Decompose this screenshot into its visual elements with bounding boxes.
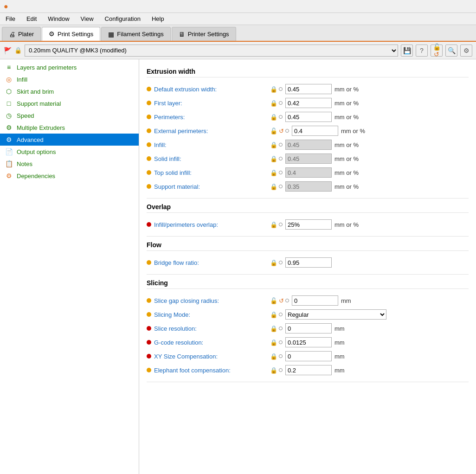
save-button[interactable]: 💾: [401, 45, 413, 57]
lock-icon-gcode-resolution[interactable]: 🔒: [270, 339, 277, 346]
setting-input-solid-infill[interactable]: [285, 154, 332, 164]
circle-dot-top-solid-infill[interactable]: [279, 171, 283, 174]
menu-item-window[interactable]: Window: [46, 14, 71, 23]
setting-input-first-layer[interactable]: [285, 98, 332, 108]
circle-dot-slice-resolution[interactable]: [279, 327, 283, 330]
setting-input-elephant-foot-compensation[interactable]: [285, 365, 332, 375]
circle-dot-bridge-flow-ratio[interactable]: [279, 261, 283, 264]
setting-input-slice-gap-closing-radius[interactable]: [292, 295, 338, 306]
sidebar-item-output-options[interactable]: 📄Output options: [0, 146, 139, 158]
menu-item-help[interactable]: Help: [150, 14, 166, 23]
refresh-icon-external-perimeters[interactable]: ↺: [279, 128, 284, 135]
lock-icon-perimeters[interactable]: 🔒: [270, 114, 277, 121]
circle-dot-slice-gap-closing-radius[interactable]: [285, 299, 289, 302]
tab-plater[interactable]: 🖨Plater: [2, 27, 41, 41]
label-text-default-extrusion-width[interactable]: Default extrusion width:: [154, 86, 217, 93]
settings-row-top-solid-infill: Top solid infill:🔒mm or %: [147, 166, 469, 179]
sidebar-item-layers-perimeters[interactable]: ≡Layers and perimeters: [0, 61, 139, 73]
sidebar-item-dependencies[interactable]: ⚙Dependencies: [0, 170, 139, 182]
circle-dot-default-extrusion-width[interactable]: [279, 87, 283, 91]
menu-item-view[interactable]: View: [79, 14, 96, 23]
lock-icon-bridge-flow-ratio[interactable]: 🔒: [270, 259, 277, 266]
label-text-infill[interactable]: Infill:: [154, 141, 167, 148]
label-text-solid-infill[interactable]: Solid infill:: [154, 155, 181, 162]
circle-dot-xy-size-compensation[interactable]: [279, 354, 283, 358]
sidebar-item-multiple-extruders[interactable]: ⚙Multiple Extruders: [0, 122, 139, 134]
setting-input-support-material[interactable]: [285, 181, 332, 192]
lock-icon-infill-perimeters-overlap[interactable]: 🔒: [270, 221, 277, 228]
settings-button[interactable]: ⚙: [460, 45, 472, 57]
sidebar-item-notes[interactable]: 📋Notes: [0, 158, 139, 170]
label-text-top-solid-infill[interactable]: Top solid infill:: [154, 169, 192, 176]
circle-dot-perimeters[interactable]: [279, 115, 283, 119]
setting-input-slice-resolution[interactable]: [285, 323, 332, 333]
tab-print-settings[interactable]: ⚙Print Settings: [42, 27, 100, 41]
sidebar-item-skirt-brim[interactable]: ⬡Skirt and brim: [0, 85, 139, 97]
setting-input-infill[interactable]: [285, 140, 332, 150]
sidebar-item-advanced[interactable]: ⚙Advanced: [0, 134, 139, 146]
lock-icon-top-solid-infill[interactable]: 🔒: [270, 169, 277, 176]
setting-input-perimeters[interactable]: [285, 112, 332, 122]
lock-icon-slicing-mode[interactable]: 🔒: [270, 311, 277, 318]
lock-icon-support-material[interactable]: 🔒: [270, 183, 277, 190]
circle-dot-solid-infill[interactable]: [279, 157, 283, 160]
label-text-gcode-resolution[interactable]: G-code resolution:: [154, 339, 203, 346]
section-header-extrusion-width: Extrusion width: [147, 68, 469, 77]
label-text-slice-gap-closing-radius[interactable]: Slice gap closing radius:: [154, 297, 219, 304]
sidebar-icon-multiple-extruders: ⚙: [5, 124, 13, 131]
circle-dot-slicing-mode[interactable]: [279, 313, 283, 316]
lock-icon-first-layer[interactable]: 🔒: [270, 100, 277, 107]
lock-reset-button[interactable]: 🔓↺: [431, 45, 443, 57]
setting-input-top-solid-infill[interactable]: [285, 167, 332, 178]
circle-dot-elephant-foot-compensation[interactable]: [279, 368, 283, 372]
tab-printer-settings[interactable]: 🖥Printer Settings: [172, 27, 236, 41]
label-text-bridge-flow-ratio[interactable]: Bridge flow ratio:: [154, 259, 199, 266]
menu-item-edit[interactable]: Edit: [25, 14, 39, 23]
lock-icon-external-perimeters[interactable]: 🔓: [270, 128, 277, 135]
setting-select-slicing-mode[interactable]: RegularEven-oddClose holes: [285, 309, 386, 320]
label-text-support-material[interactable]: Support material:: [154, 183, 200, 190]
menu-item-configuration[interactable]: Configuration: [103, 14, 142, 23]
circle-dot-infill-perimeters-overlap[interactable]: [279, 223, 283, 226]
circle-dot-support-material[interactable]: [279, 185, 283, 188]
setting-input-gcode-resolution[interactable]: [285, 337, 332, 347]
label-text-first-layer[interactable]: First layer:: [154, 100, 182, 107]
lock-icon-elephant-foot-compensation[interactable]: 🔒: [270, 367, 277, 374]
tab-filament-settings[interactable]: ▦Filament Settings: [101, 27, 170, 41]
lock-icon-xy-size-compensation[interactable]: 🔒: [270, 353, 277, 360]
profile-select[interactable]: 0.20mm QUALITY @MK3 (modified): [25, 45, 398, 57]
search-button[interactable]: 🔍: [445, 45, 457, 57]
sidebar-item-speed[interactable]: ◷Speed: [0, 109, 139, 122]
lock-icon-slice-resolution[interactable]: 🔒: [270, 325, 277, 332]
lock-icon-slice-gap-closing-radius[interactable]: 🔓: [270, 297, 277, 304]
setting-input-bridge-flow-ratio[interactable]: [285, 257, 332, 268]
setting-input-default-extrusion-width[interactable]: [285, 84, 332, 94]
lock-icon-default-extrusion-width[interactable]: 🔒: [270, 86, 277, 93]
dot-elephant-foot-compensation: [147, 368, 151, 372]
label-text-slicing-mode[interactable]: Slicing Mode:: [154, 311, 190, 318]
sidebar-item-infill[interactable]: ◎Infill: [0, 73, 139, 85]
label-text-xy-size-compensation[interactable]: XY Size Compensation:: [154, 353, 218, 360]
circle-dot-infill[interactable]: [279, 143, 283, 147]
label-text-external-perimeters[interactable]: External perimeters:: [154, 128, 208, 135]
icons-group-top-solid-infill: 🔒: [270, 169, 283, 176]
menu-item-file[interactable]: File: [4, 14, 17, 23]
divider-overlap: [147, 236, 469, 237]
circle-dot-gcode-resolution[interactable]: [279, 340, 283, 344]
label-text-perimeters[interactable]: Perimeters:: [154, 114, 185, 121]
refresh-icon-slice-gap-closing-radius[interactable]: ↺: [279, 297, 284, 304]
menu-bar: FileEditWindowViewConfigurationHelp: [0, 13, 476, 25]
label-text-elephant-foot-compensation[interactable]: Elephant foot compensation:: [154, 367, 231, 374]
setting-input-external-perimeters[interactable]: [292, 126, 338, 136]
setting-label-support-material: Support material:: [147, 183, 267, 190]
help-button[interactable]: ?: [416, 45, 428, 57]
lock-icon-solid-infill[interactable]: 🔒: [270, 155, 277, 162]
label-text-slice-resolution[interactable]: Slice resolution:: [154, 325, 197, 332]
sidebar-item-support-material[interactable]: □Support material: [0, 97, 139, 109]
lock-icon-infill[interactable]: 🔒: [270, 141, 277, 148]
setting-input-xy-size-compensation[interactable]: [285, 351, 332, 361]
circle-dot-external-perimeters[interactable]: [285, 129, 289, 133]
setting-input-infill-perimeters-overlap[interactable]: [285, 219, 332, 230]
circle-dot-first-layer[interactable]: [279, 101, 283, 105]
label-text-infill-perimeters-overlap[interactable]: Infill/perimeters overlap:: [154, 221, 218, 228]
